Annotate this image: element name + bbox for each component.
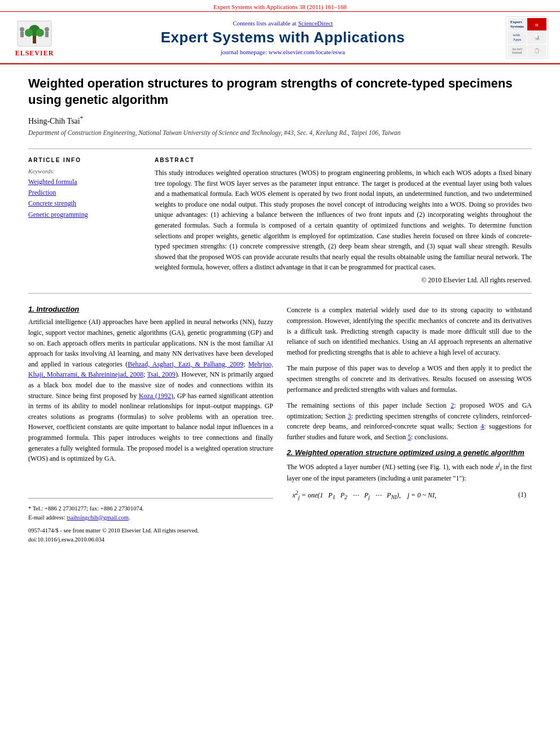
copyright-notice: © 2010 Elsevier Ltd. All rights reserved… (155, 275, 532, 286)
footnote-issn: 0957-4174/$ - see front matter © 2010 El… (28, 526, 273, 535)
article-info-label: ARTICLE INFO (28, 157, 141, 163)
journal-header: ELSEVIER Contents lists available at Sci… (0, 12, 560, 64)
article-info-column: ARTICLE INFO Keywords: Weighted formula … (28, 157, 141, 286)
ref-tsai[interactable]: Tsai, 2009 (147, 370, 176, 378)
journal-logo-right: ExpertSystems ▤ withApps 📊 An Int'lJourn… (506, 16, 551, 59)
keyword-prediction[interactable]: Prediction (28, 187, 141, 198)
elsevier-name: ELSEVIER (15, 49, 54, 58)
ref-behzad[interactable]: Behzad, Asghari, Eazi, & Palhang, 2009 (128, 360, 243, 368)
section2-heading: 2. Weighted operation structure optimize… (287, 448, 532, 457)
ref-sec5[interactable]: 5 (408, 433, 411, 441)
logo-cell-6: 📋 (527, 45, 546, 57)
footnote-email: E-mail address: tsaihsingchih@gmail.com. (28, 513, 273, 522)
footnote-email-link[interactable]: tsaihsingchih@gmail.com (67, 514, 129, 521)
ref-sec3[interactable]: 3 (348, 412, 351, 420)
journal-citation: Expert Systems with Applications 38 (201… (0, 0, 560, 12)
section1-right-para2: The main purpose of this paper was to de… (287, 363, 532, 395)
svg-rect-8 (45, 32, 49, 37)
abstract-text: This study introduces weighted operation… (155, 168, 532, 286)
footnote-tel: * Tel.: +886 2 27301277; fax: +886 2 273… (28, 504, 273, 513)
journal-homepage: journal homepage: www.elsevier.com/locat… (65, 49, 500, 55)
body-left-column: 1. Introduction Artificial intelligence … (28, 305, 273, 544)
logo-cell-1: ExpertSystems (508, 18, 527, 30)
paper-title: Weighted operation structures to program… (28, 76, 532, 108)
svg-rect-1 (33, 35, 36, 43)
affiliation: Department of Construction Engineering, … (28, 128, 532, 137)
ref-sec4[interactable]: 4 (480, 422, 484, 430)
logo-cell-2: ▤ (527, 18, 546, 30)
footnote-divider (28, 498, 273, 499)
logo-cell-5: An Int'lJournal (508, 45, 527, 57)
section1-right-para3: The remaining sections of this paper inc… (287, 400, 532, 442)
keyword-weighted-formula[interactable]: Weighted formula (28, 177, 141, 187)
abstract-label: ABSTRACT (155, 157, 532, 163)
svg-point-5 (20, 27, 24, 32)
keyword-genetic-programming[interactable]: Genetic programming (28, 209, 141, 220)
equation-text: x2j = one(1 P1 P2 ⋯ Pj ⋯ PNI), j = 0 ~ N… (292, 490, 436, 500)
svg-point-3 (25, 29, 33, 37)
section1-heading: 1. Introduction (28, 305, 273, 313)
footnotes-section: * Tel.: +886 2 27301277; fax: +886 2 273… (28, 498, 273, 544)
equation-number-1: (1) (518, 491, 526, 499)
logo-cell-4: 📊 (527, 31, 546, 43)
sciencedirect-text[interactable]: ScienceDirect (298, 20, 333, 27)
section1-right-para1: Concrete is a complex material widely us… (287, 305, 532, 357)
equation-1: x2j = one(1 P1 P2 ⋯ Pj ⋯ PNI), j = 0 ~ N… (287, 490, 532, 500)
body-right-column: Concrete is a complex material widely us… (287, 305, 532, 544)
section2-para1: The WOS adopted a layer number (NL) sett… (287, 460, 532, 484)
author-text: Hsing-Chih Tsai (28, 117, 80, 125)
contents-text: Contents lists available at (233, 20, 298, 27)
svg-rect-6 (20, 32, 24, 37)
abstract-body: This study introduces weighted operation… (155, 169, 532, 271)
keywords-label: Keywords: (28, 168, 141, 174)
author-sup: * (80, 115, 84, 121)
article-info-abstract-section: ARTICLE INFO Keywords: Weighted formula … (28, 148, 532, 294)
journal-title: Expert Systems with Applications (65, 29, 500, 46)
elsevier-logo: ELSEVIER (9, 18, 60, 58)
footnote-doi: doi:10.1016/j.eswa.2010.06.034 (28, 535, 273, 544)
ref-sec2[interactable]: 2 (450, 401, 454, 409)
ref-koza[interactable]: Koza (1992) (139, 392, 173, 400)
abstract-column: ABSTRACT This study introduces weighted … (155, 157, 532, 286)
svg-point-4 (36, 29, 44, 37)
body-content: 1. Introduction Artificial intelligence … (28, 305, 532, 544)
sciencedirect-link[interactable]: Contents lists available at ScienceDirec… (65, 20, 500, 27)
svg-point-7 (45, 27, 49, 32)
main-content: Weighted operation structures to program… (0, 64, 560, 556)
journal-center-header: Contents lists available at ScienceDirec… (65, 20, 500, 55)
section1-para1: Artificial intelligence (AI) approaches … (28, 317, 273, 464)
author-name: Hsing-Chih Tsai* (28, 115, 532, 126)
keyword-concrete-strength[interactable]: Concrete strength (28, 198, 141, 209)
logo-cell-3: withApps (508, 31, 527, 43)
